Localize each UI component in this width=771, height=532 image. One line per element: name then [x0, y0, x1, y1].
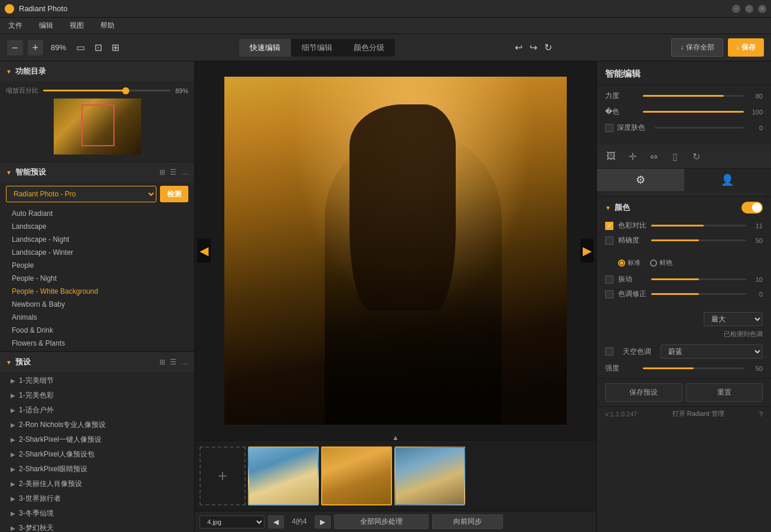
crop-button[interactable]: ⊞ — [109, 40, 122, 55]
save-all-button[interactable]: ↓ 保存全部 — [671, 38, 723, 57]
open-radiant-link[interactable]: 打开 Radiant 管理 — [672, 409, 724, 418]
refresh-tool-icon[interactable]: ↻ — [688, 148, 704, 165]
color-correct-track[interactable] — [651, 293, 746, 295]
param-deep-skin-track[interactable] — [655, 127, 744, 129]
crop-tool-icon[interactable]: ✛ — [624, 148, 641, 165]
preset-item-landscape-winter[interactable]: Landscape - Winter — [0, 246, 194, 259]
grid-icon-2[interactable]: ⊞ — [159, 358, 165, 366]
sky-select[interactable]: 蔚蓝 — [661, 344, 763, 359]
color-precision-track[interactable] — [651, 239, 746, 241]
nav-next-button[interactable]: ▶ — [315, 515, 331, 528]
preset-item-flowers[interactable]: Flowers & Plants — [0, 337, 194, 350]
preset2-item-7[interactable]: ▶ 2-美丽佳人肖像预设 — [0, 477, 194, 491]
more-icon[interactable]: … — [181, 168, 188, 176]
minimap-selection-box[interactable] — [81, 104, 115, 146]
preset-item-landscape-night[interactable]: Landscape - Night — [0, 233, 194, 246]
radio-standard[interactable]: 标准 — [618, 258, 641, 267]
preset-item-people-white-bg[interactable]: People - White Background — [0, 285, 194, 298]
color-contrast-track[interactable] — [651, 225, 746, 226]
compare-tool-icon[interactable]: ⇔ — [645, 148, 662, 165]
photo-collapse-left[interactable]: ◀ — [197, 239, 211, 262]
menu-file[interactable]: 文件 — [5, 19, 26, 32]
vibration-track[interactable] — [651, 278, 746, 280]
preset2-item-4[interactable]: ▶ 2-SharkPixel一键人像预设 — [0, 432, 194, 447]
preset-item-people-night[interactable]: People - Night — [0, 272, 194, 285]
zoom-slider-fill — [43, 90, 126, 91]
preset2-item-6[interactable]: ▶ 2-SharkPixel眼睛预设 — [0, 462, 194, 477]
radio-vivid[interactable]: 鲜艳 — [650, 258, 672, 267]
tab-quick-edit[interactable]: 快速编辑 — [239, 39, 291, 57]
preset2-item-5[interactable]: ▶ 2-SharkPixel人像预设包 — [0, 447, 194, 462]
color-correct-checkbox[interactable] — [605, 290, 613, 298]
color-precision-checkbox[interactable] — [605, 237, 613, 245]
filter-tab-person[interactable]: 👤 — [684, 169, 772, 191]
forward-sync-button[interactable]: 向前同步 — [432, 514, 503, 529]
preset-item-animals[interactable]: Animals — [0, 311, 194, 324]
redo-button[interactable]: ↪ — [527, 40, 540, 55]
preset-item-food[interactable]: Food & Drink — [0, 324, 194, 337]
fit-window-button[interactable]: ▭ — [74, 40, 87, 55]
filename-select[interactable]: 4.jpg — [200, 515, 264, 528]
menu-view[interactable]: 视图 — [66, 19, 87, 32]
section-smart-presets-header[interactable]: ▼ 智能预设 ⊞ ☰ … — [0, 162, 194, 182]
strength-track[interactable] — [643, 367, 744, 369]
help-icon[interactable]: ? — [759, 411, 763, 418]
minimize-button[interactable]: ─ — [732, 5, 740, 13]
maximize-button[interactable]: □ — [745, 5, 753, 13]
preset-item-newborn[interactable]: Newborn & Baby — [0, 298, 194, 311]
photo-collapse-right[interactable]: ▶ — [580, 239, 594, 262]
deep-skin-checkbox[interactable] — [605, 124, 613, 132]
tab-detail-edit[interactable]: 细节编辑 — [291, 39, 343, 57]
filter-tab-sliders[interactable]: ⚙ — [597, 169, 684, 191]
refresh-button[interactable]: ↻ — [542, 40, 554, 55]
more-icon-2[interactable]: … — [181, 358, 188, 366]
nav-prev-button[interactable]: ◀ — [268, 515, 284, 528]
vibration-checkbox[interactable] — [605, 275, 613, 284]
detect-button[interactable]: 检测 — [160, 186, 188, 202]
reset-button[interactable]: 重置 — [686, 383, 763, 402]
grid-icon[interactable]: ⊞ — [159, 168, 165, 176]
color-contrast-checkbox[interactable]: ✓ — [605, 222, 613, 230]
section-presets-2-header[interactable]: ▼ 预设 ⊞ ☰ … — [0, 352, 194, 372]
zoom-in-button[interactable]: + — [28, 40, 44, 55]
image-tool-icon[interactable]: 🖼 — [603, 148, 619, 165]
zoom-out-button[interactable]: − — [7, 40, 23, 55]
param-color-track[interactable] — [643, 111, 744, 113]
close-button[interactable]: ✕ — [758, 5, 766, 13]
preset2-item-9[interactable]: ▶ 3-冬季仙境 — [0, 506, 194, 521]
preset2-item-1[interactable]: ▶ 1-完美色彩 — [0, 388, 194, 403]
save-preset-button[interactable]: 保存预设 — [605, 383, 682, 402]
preset-item-landscape[interactable]: Landscape — [0, 220, 194, 233]
preset-item-auto-radiant[interactable]: Auto Radiant — [0, 207, 194, 220]
save-button[interactable]: ↓ 保存 — [728, 38, 764, 57]
menu-edit[interactable]: 编辑 — [35, 19, 57, 32]
zoom-slider-track[interactable] — [43, 90, 171, 91]
list-icon-2[interactable]: ☰ — [170, 358, 177, 366]
sync-all-button[interactable]: 全部同步处理 — [334, 514, 429, 529]
max-select[interactable]: 最大 — [704, 312, 763, 326]
sky-checkbox[interactable] — [605, 347, 613, 356]
preset2-item-3[interactable]: ▶ 2-Ron Nichols专业人像预设 — [0, 418, 194, 432]
menu-help[interactable]: 帮助 — [97, 19, 118, 32]
filmstrip-toggle[interactable]: ▲ — [392, 434, 399, 442]
color-toggle[interactable] — [741, 202, 763, 214]
add-photo-button[interactable]: + — [200, 446, 246, 505]
edit-tool-icon[interactable]: ▯ — [667, 148, 683, 165]
filmstrip-thumb-1[interactable] — [248, 446, 319, 505]
preset2-item-2[interactable]: ▶ 1-适合户外 — [0, 403, 194, 418]
filmstrip-thumb-2[interactable] — [321, 446, 392, 505]
preset2-item-8[interactable]: ▶ 3-世界旅行者 — [0, 491, 194, 506]
list-icon[interactable]: ☰ — [170, 168, 177, 176]
zoom-slider-thumb[interactable] — [122, 87, 129, 94]
param-intensity-track[interactable] — [643, 95, 744, 97]
filmstrip-thumb-3[interactable] — [394, 446, 465, 505]
preset-item-people[interactable]: People — [0, 259, 194, 272]
preset2-item-10[interactable]: ▶ 3-梦幻秋天 — [0, 521, 194, 532]
tab-color-grade[interactable]: 颜色分级 — [343, 39, 395, 57]
arrow-icon: ▶ — [11, 466, 15, 472]
compare-button[interactable]: ⊡ — [92, 40, 104, 55]
section-function-directory[interactable]: ▼ 功能目录 — [0, 61, 194, 81]
undo-button[interactable]: ↩ — [512, 40, 525, 55]
preset2-item-0[interactable]: ▶ 1-完美细节 — [0, 373, 194, 388]
preset-select[interactable]: Radiant Photo - Pro — [6, 186, 156, 202]
